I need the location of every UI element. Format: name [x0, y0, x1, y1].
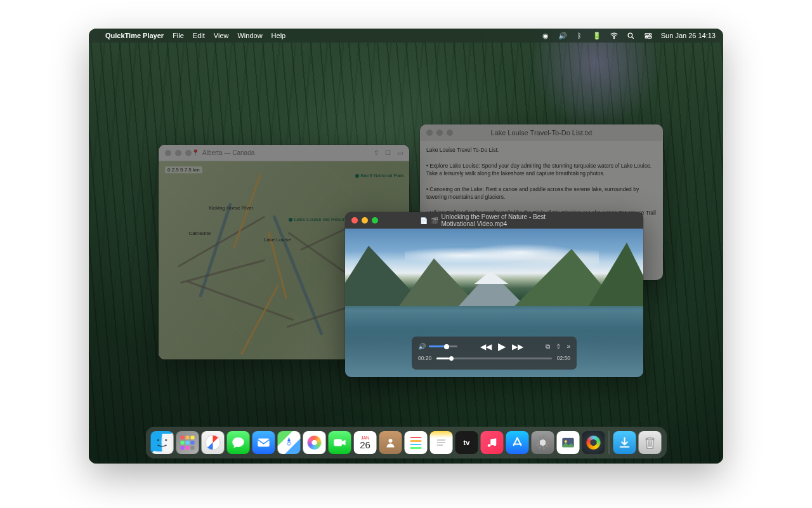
svg-point-8: [165, 439, 167, 441]
map-label-cathedral: Cathedral: [188, 231, 211, 236]
dock-appstore-icon[interactable]: [506, 431, 529, 454]
volume-slider[interactable]: [429, 345, 457, 347]
dock-safari-icon[interactable]: [202, 431, 225, 454]
map-label-kicking-horse: Kicking Horse River: [209, 205, 253, 211]
player-controls: 🔊 ◀◀ ▶ ▶▶ ⧉ ⇧ »: [412, 337, 577, 370]
spotlight-icon[interactable]: [627, 31, 636, 40]
svg-point-20: [646, 438, 654, 440]
menubar: QuickTime Player File Edit View Window H…: [89, 29, 723, 43]
seek-knob[interactable]: [449, 356, 454, 361]
svg-point-19: [565, 440, 567, 443]
close-button[interactable]: [426, 130, 433, 136]
textedit-titlebar[interactable]: Lake Louise Travel-To-Do List.txt: [420, 124, 663, 141]
zoom-button[interactable]: [372, 217, 378, 224]
dock-separator: [609, 431, 610, 454]
movie-icon: 🎬: [431, 217, 438, 224]
pip-button[interactable]: ⧉: [546, 343, 550, 351]
menu-view[interactable]: View: [214, 32, 229, 39]
video-frame[interactable]: 🔊 ◀◀ ▶ ▶▶ ⧉ ⇧ »: [345, 229, 643, 377]
forward-button[interactable]: ▶▶: [512, 342, 523, 351]
map-highway: [233, 173, 262, 248]
dock-finder-icon[interactable]: [151, 431, 174, 454]
menu-file[interactable]: File: [173, 32, 184, 39]
textedit-heading: Lake Louise Travel To-Do List:: [426, 147, 499, 153]
menu-help[interactable]: Help: [272, 32, 286, 39]
quicktime-window[interactable]: 📄 🎬 Unlocking the Power of Nature - Best…: [345, 212, 643, 377]
dock-downloads-icon[interactable]: [613, 431, 636, 454]
zoom-button[interactable]: [185, 150, 192, 156]
volume-icon[interactable]: 🔊: [418, 343, 426, 350]
dock-preview-icon[interactable]: [557, 431, 580, 454]
zoom-button[interactable]: [447, 130, 453, 136]
dock-contacts-icon[interactable]: [379, 431, 402, 454]
more-button[interactable]: »: [566, 343, 570, 351]
textedit-title: Lake Louise Travel-To-Do List.txt: [490, 129, 592, 137]
menu-edit[interactable]: Edit: [193, 32, 205, 39]
close-button[interactable]: [351, 217, 358, 224]
document-icon: 📄: [420, 217, 428, 224]
map-poi-ski[interactable]: Lake Louise Ski Resort: [289, 217, 346, 222]
svg-point-16: [488, 444, 491, 447]
svg-point-10: [287, 442, 291, 445]
dock-music-icon[interactable]: [481, 431, 504, 454]
current-time: 00:20: [418, 355, 431, 361]
menubar-app-name[interactable]: QuickTime Player: [105, 32, 164, 39]
control-center-icon[interactable]: [644, 31, 653, 40]
seek-bar[interactable]: [436, 358, 551, 359]
dock-trash-icon[interactable]: [639, 431, 662, 454]
share-button[interactable]: ⇧: [556, 343, 561, 351]
textedit-item-2: • Canoeing on the Lake: Rent a canoe and…: [426, 186, 641, 200]
maps-bookmark-icon[interactable]: ☐: [385, 149, 391, 156]
textedit-item-1: • Explore Lake Louise: Spend your day ad…: [426, 163, 653, 177]
map-terrain: [180, 259, 265, 284]
dock-photos-icon[interactable]: [303, 431, 326, 454]
volume-knob[interactable]: [444, 344, 449, 349]
dock-facetime-icon[interactable]: [329, 431, 351, 454]
quicktime-title-text: Unlocking the Power of Nature - Best Mot…: [442, 213, 569, 227]
svg-point-12: [389, 439, 393, 443]
svg-point-7: [157, 439, 159, 441]
close-button[interactable]: [165, 150, 171, 156]
voiceover-icon[interactable]: ◉: [541, 31, 550, 40]
maps-share-icon[interactable]: ⇧: [374, 149, 379, 156]
desktop-screen: QuickTime Player File Edit View Window H…: [89, 29, 723, 464]
dock: JAN 26 tv: [146, 427, 667, 458]
dock-quicktime-icon[interactable]: [582, 431, 605, 454]
maps-titlebar[interactable]: 📍 Alberta — Canada ⇧ ☐ ▭: [159, 145, 409, 161]
volume-icon[interactable]: 🔊: [558, 31, 567, 40]
bluetooth-icon[interactable]: ᛒ: [575, 31, 584, 40]
svg-point-5: [645, 36, 647, 38]
dock-mail-icon[interactable]: [252, 431, 275, 454]
map-highway: [240, 284, 279, 356]
map-poi-banff[interactable]: Banff National Park: [355, 173, 404, 178]
map-label-lake-louise[interactable]: Lake Louise: [264, 237, 291, 243]
minimize-button[interactable]: [362, 217, 368, 224]
maps-view-icon[interactable]: ▭: [397, 149, 403, 156]
svg-point-1: [628, 33, 632, 37]
wifi-icon[interactable]: [610, 31, 619, 40]
dock-maps-icon[interactable]: [278, 431, 301, 454]
battery-icon[interactable]: 🔋: [593, 31, 601, 40]
menubar-datetime[interactable]: Sun Jan 26 14:13: [661, 32, 716, 39]
dock-tv-icon[interactable]: tv: [455, 431, 478, 454]
calendar-day: 26: [360, 440, 370, 450]
play-button[interactable]: ▶: [498, 340, 506, 352]
seek-fill: [436, 358, 449, 359]
dock-reminders-icon[interactable]: [405, 431, 428, 454]
dock-messages-icon[interactable]: [227, 431, 250, 454]
quicktime-titlebar[interactable]: 📄 🎬 Unlocking the Power of Nature - Best…: [345, 212, 643, 229]
svg-point-0: [613, 38, 614, 39]
minimize-button[interactable]: [436, 130, 443, 136]
map-terrain: [178, 215, 265, 267]
menu-window[interactable]: Window: [237, 32, 262, 39]
svg-rect-4: [647, 36, 652, 38]
dock-calendar-icon[interactable]: JAN 26: [354, 431, 377, 454]
svg-point-3: [650, 34, 652, 36]
duration: 02:50: [557, 355, 570, 361]
video-mountain: [589, 243, 644, 306]
dock-launchpad-icon[interactable]: [176, 431, 199, 454]
dock-settings-icon[interactable]: [532, 431, 554, 454]
minimize-button[interactable]: [175, 150, 181, 156]
rewind-button[interactable]: ◀◀: [480, 342, 492, 351]
dock-notes-icon[interactable]: [430, 431, 453, 454]
